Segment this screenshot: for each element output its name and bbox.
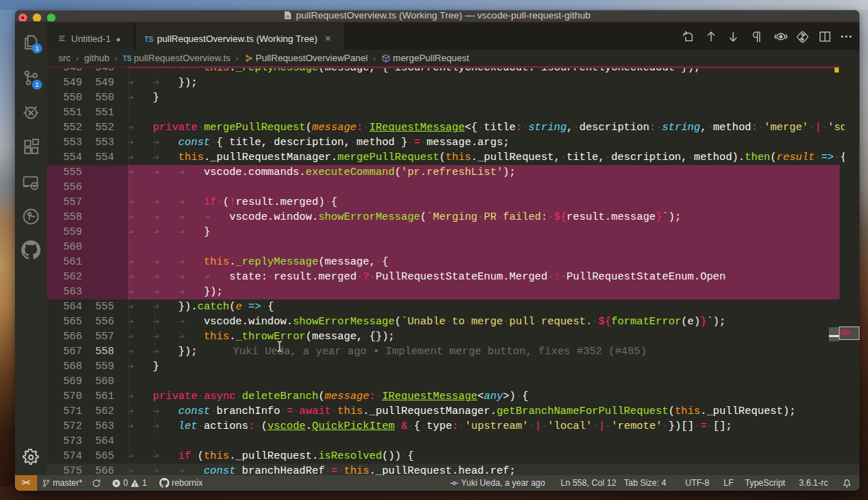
svg-text:ts: ts [286,14,290,18]
